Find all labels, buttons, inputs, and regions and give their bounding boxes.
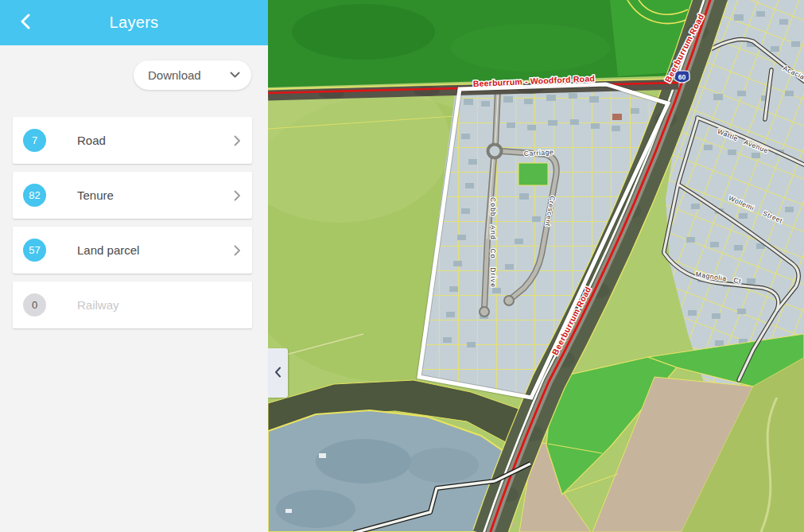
chevron-right-icon <box>234 190 241 201</box>
layers-panel: Layers Download 7 Road 82 Tenure <box>0 0 268 532</box>
layer-item-label: Road <box>77 134 234 147</box>
back-button[interactable] <box>10 6 41 38</box>
chevron-right-icon <box>234 135 241 146</box>
chevron-right-icon <box>234 245 241 256</box>
layer-item-tenure[interactable]: 82 Tenure <box>13 172 252 219</box>
count-badge: 57 <box>23 239 46 262</box>
layer-item-label: Tenure <box>77 188 234 202</box>
chevron-left-icon <box>274 367 282 380</box>
forest-top-layer <box>268 0 712 87</box>
layer-item-railway: 0 Railway <box>13 282 252 328</box>
download-button[interactable]: Download <box>134 60 251 90</box>
layer-item-road[interactable]: 7 Road <box>13 117 252 164</box>
layer-list: 7 Road 82 Tenure 57 Land parcel <box>13 117 252 336</box>
layer-item-label: Railway <box>77 298 234 312</box>
svg-text:Cobb And Co Drive: Cobb And Co Drive <box>489 197 497 288</box>
layer-item-label: Land parcel <box>77 243 234 257</box>
app: Layers Download 7 Road 82 Tenure <box>0 0 804 532</box>
count-badge: 7 <box>23 129 46 152</box>
panel-collapse-handle[interactable] <box>268 348 288 398</box>
map-canvas[interactable]: 60 Carriage Crescent Cobb And Co Drive W… <box>268 0 804 532</box>
count-badge: 0 <box>23 293 46 316</box>
panel-header: Layers <box>0 0 268 45</box>
download-button-label: Download <box>148 68 230 82</box>
layer-item-land-parcel[interactable]: 57 Land parcel <box>13 227 252 274</box>
count-badge: 82 <box>23 184 46 207</box>
svg-text:60: 60 <box>678 73 686 81</box>
chevron-down-icon <box>230 69 240 81</box>
chevron-left-icon <box>20 14 31 32</box>
svg-text:Carriage: Carriage <box>524 148 554 157</box>
panel-title: Layers <box>110 14 159 32</box>
map-viewport[interactable]: 60 Carriage Crescent Cobb And Co Drive W… <box>268 0 804 532</box>
